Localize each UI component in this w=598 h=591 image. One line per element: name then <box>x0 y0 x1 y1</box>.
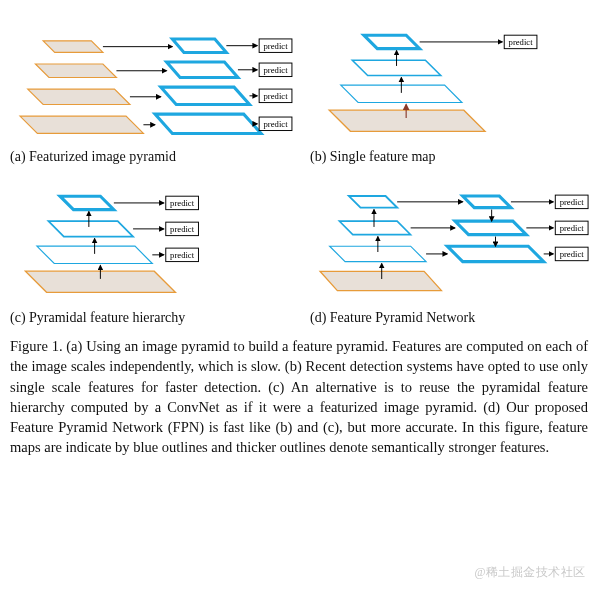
predict-label: predict <box>560 249 585 259</box>
svg-marker-20 <box>329 110 485 131</box>
svg-marker-42 <box>320 271 442 290</box>
svg-marker-44 <box>339 221 410 235</box>
diagram-d: predict predict predict <box>310 171 598 306</box>
predict-label: predict <box>264 65 289 75</box>
svg-marker-45 <box>349 196 397 208</box>
figure-grid: predict predict predict predict (a) Feat… <box>10 10 588 326</box>
predict-label: predict <box>170 250 195 260</box>
svg-marker-3 <box>43 41 103 53</box>
predict-a-3: predict <box>250 89 292 103</box>
predict-label: predict <box>264 41 289 51</box>
svg-marker-6 <box>167 62 238 77</box>
predict-label: predict <box>170 224 195 234</box>
predict-a-4: predict <box>253 117 292 130</box>
subcaption-a: (a) Featurized image pyramid <box>10 149 300 165</box>
panel-d: predict predict predict (d) Feature Pyra… <box>310 171 598 326</box>
subcaption-c: (c) Pyramidal feature hierarchy <box>10 310 300 326</box>
svg-marker-5 <box>161 87 250 104</box>
predict-label: predict <box>509 37 534 47</box>
diagram-a: predict predict predict predict <box>10 10 300 145</box>
svg-marker-31 <box>48 221 133 236</box>
predict-label: predict <box>560 197 585 207</box>
predict-label: predict <box>264 119 289 129</box>
svg-marker-7 <box>172 39 226 52</box>
svg-marker-1 <box>28 89 130 104</box>
subcaption-b: (b) Single feature map <box>310 149 598 165</box>
svg-marker-4 <box>155 114 261 133</box>
panel-b: predict (b) Single feature map <box>310 10 598 165</box>
svg-marker-49 <box>463 196 511 208</box>
diagram-c: predict predict predict <box>10 171 260 306</box>
diagram-b: predict <box>310 10 560 145</box>
svg-marker-2 <box>35 64 116 78</box>
predict-a-2: predict <box>238 63 292 77</box>
svg-marker-23 <box>364 35 420 48</box>
predict-label: predict <box>170 198 195 208</box>
predict-a-1: predict <box>226 39 292 52</box>
subcaption-d: (d) Feature Pyramid Network <box>310 310 598 326</box>
svg-marker-50 <box>455 221 526 235</box>
svg-marker-0 <box>20 116 143 133</box>
svg-marker-51 <box>447 246 543 261</box>
panel-c: predict predict predict (c) Pyramidal fe… <box>10 171 300 326</box>
predict-label: predict <box>264 91 289 101</box>
predict-label: predict <box>560 223 585 233</box>
svg-marker-32 <box>60 196 114 209</box>
figure-caption: Figure 1. (a) Using an image pyramid to … <box>10 336 588 458</box>
panel-a: predict predict predict predict (a) Feat… <box>10 10 300 165</box>
